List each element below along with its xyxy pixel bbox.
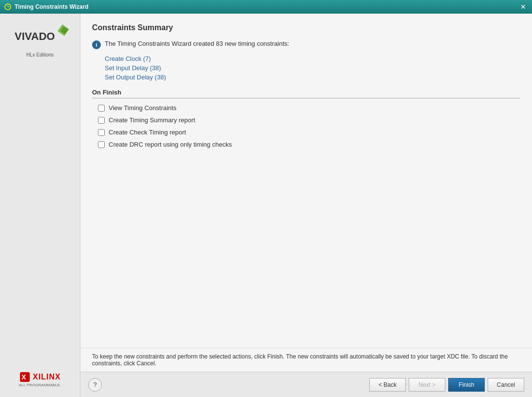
- app-icon: [4, 3, 12, 11]
- xilinx-sub: ALL PROGRAMMABLE.: [19, 383, 61, 387]
- content-panel: Constraints Summary i The Timing Constra…: [80, 14, 532, 397]
- footer-message: To keep the new constraints and perform …: [80, 348, 532, 372]
- info-row: i The Timing Constraints Wizard created …: [92, 40, 520, 49]
- xilinx-icon: X: [19, 371, 31, 383]
- check-timing-checkbox[interactable]: [98, 129, 105, 136]
- next-button[interactable]: Next >: [409, 378, 445, 392]
- drc-report-label: Create DRC report using only timing chec…: [109, 141, 232, 148]
- button-bar: ? < Back Next > Finish Cancel: [80, 372, 532, 397]
- drc-report-checkbox[interactable]: [98, 141, 105, 148]
- title-bar: Timing Constraints Wizard ✕: [0, 0, 532, 14]
- finish-button[interactable]: Finish: [448, 378, 485, 392]
- check-timing-label: Create Check Timing report: [109, 129, 186, 136]
- create-clock-link[interactable]: Create Clock (7): [105, 55, 520, 62]
- checkbox-row-2: Create Check Timing report: [98, 129, 520, 136]
- on-finish-section: On Finish View Timing Constraints Create…: [92, 89, 520, 148]
- hlx-text: HLx Editions: [26, 52, 54, 57]
- xilinx-logo: X XILINX ALL PROGRAMMABLE.: [19, 371, 61, 387]
- timing-summary-checkbox[interactable]: [98, 117, 105, 124]
- cancel-button[interactable]: Cancel: [488, 378, 524, 392]
- checkbox-row-0: View Timing Constraints: [98, 104, 520, 112]
- checkbox-row-3: Create DRC report using only timing chec…: [98, 141, 520, 148]
- set-input-delay-link[interactable]: Set Input Delay (38): [105, 64, 520, 72]
- help-button[interactable]: ?: [88, 378, 102, 392]
- vivado-logo: VIVADO HLx Editions: [11, 23, 69, 57]
- svg-text:X: X: [21, 373, 26, 381]
- set-output-delay-link[interactable]: Set Output Delay (38): [105, 74, 520, 81]
- close-button[interactable]: ✕: [518, 2, 528, 12]
- view-timing-checkbox[interactable]: [98, 105, 105, 112]
- info-icon: i: [92, 40, 101, 49]
- xilinx-name: XILINX: [33, 373, 61, 381]
- checkbox-row-1: Create Timing Summary report: [98, 116, 520, 124]
- on-finish-header: On Finish: [92, 89, 520, 98]
- view-timing-label: View Timing Constraints: [109, 104, 176, 112]
- sidebar: VIVADO HLx Editions X XILINX ALL PROGRAM…: [0, 14, 80, 397]
- vivado-logo-svg: VIVADO: [11, 23, 69, 50]
- back-button[interactable]: < Back: [369, 378, 406, 392]
- timing-summary-label: Create Timing Summary report: [109, 116, 195, 124]
- page-title: Constraints Summary: [92, 23, 520, 32]
- content-body: Constraints Summary i The Timing Constra…: [80, 14, 532, 348]
- info-message: The Timing Constraints Wizard created 83…: [105, 40, 289, 47]
- title-text: Timing Constraints Wizard: [15, 3, 89, 10]
- svg-text:VIVADO: VIVADO: [15, 30, 55, 42]
